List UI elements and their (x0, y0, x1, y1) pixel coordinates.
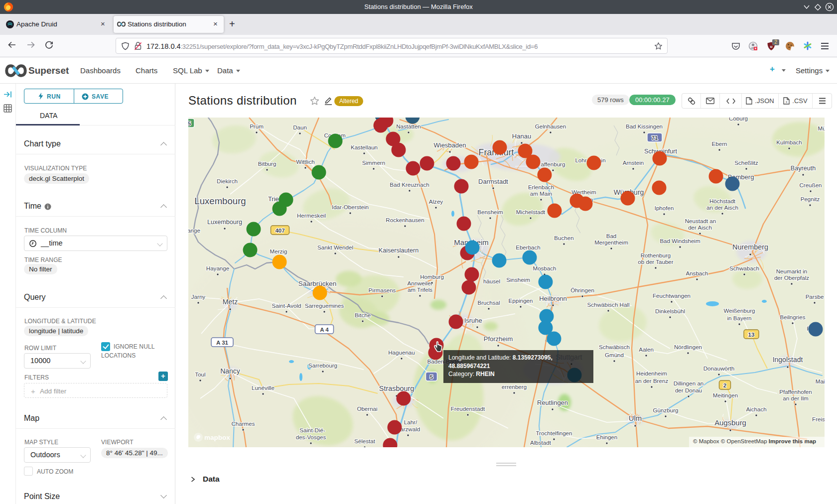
svg-text:Eberbach: Eberbach (516, 244, 541, 251)
svg-text:Sarreguemines: Sarreguemines (305, 302, 344, 309)
svg-text:Bayreuth: Bayreuth (791, 165, 816, 172)
svg-text:Kulmbach: Kulmbach (776, 139, 802, 145)
svg-text:Michelstadt: Michelstadt (516, 209, 546, 215)
svg-text:Annweiler: Annweiler (408, 280, 433, 286)
svg-text:Nuremberg: Nuremberg (732, 243, 768, 251)
svg-text:Sankt Wendel: Sankt Wendel (317, 244, 353, 251)
svg-text:Mosbach: Mosbach (533, 265, 556, 271)
svg-text:Hermeskeil: Hermeskeil (297, 212, 326, 219)
svg-text:Ansbach: Ansbach (686, 270, 708, 276)
svg-text:Bitburg: Bitburg (258, 160, 277, 167)
svg-text:Gmünd: Gmünd (605, 352, 624, 358)
svg-text:Lunéville: Lunéville (252, 384, 275, 391)
svg-text:x: x (786, 100, 788, 104)
svg-text:Aalen: Aalen (639, 346, 654, 353)
svg-text:ob der Tauber: ob der Tauber (638, 258, 673, 265)
svg-text:Wiesbaden: Wiesbaden (433, 141, 466, 149)
svg-text:an der Brenz: an der Brenz (635, 378, 669, 384)
svg-text:Sinsheim: Sinsheim (506, 276, 530, 283)
svg-text:am Trifels: am Trifels (408, 286, 432, 293)
svg-text:Buchen: Buchen (554, 235, 573, 241)
svg-text:Ingolstadt: Ingolstadt (773, 356, 803, 364)
svg-text:Mergentheim: Mergentheim (594, 239, 628, 246)
svg-text:Toul: Toul (195, 371, 205, 378)
svg-text:Ulm: Ulm (629, 414, 642, 422)
svg-text:affenburg: affenburg (541, 161, 565, 167)
svg-text:Kastellaun: Kastellaun (351, 144, 378, 150)
svg-text:der Aisch: der Aisch (688, 224, 712, 231)
svg-text:Ehingen: Ehingen (596, 434, 618, 440)
svg-text:Obernai: Obernai (357, 405, 377, 412)
svg-text:mapbox: mapbox (204, 434, 230, 441)
svg-text:Sélestat: Sélestat (354, 438, 376, 444)
svg-text:Neustadt an: Neustadt an (685, 218, 716, 224)
svg-text:Beilngries: Beilngries (780, 314, 806, 320)
svg-text:Aichach: Aichach (746, 406, 766, 412)
svg-text:Wittlich: Wittlich (296, 158, 314, 165)
svg-text:Luxembourg: Luxembourg (194, 196, 246, 206)
svg-text:Daun: Daun (293, 124, 307, 130)
svg-text:Schwäbisch: Schwäbisch (599, 344, 630, 350)
svg-text:Eppingen: Eppingen (509, 297, 533, 304)
svg-text:Dillingen an: Dillingen an (674, 380, 704, 386)
svg-text:ange: ange (188, 227, 200, 234)
svg-text:lsruhe: lsruhe (464, 317, 482, 324)
svg-text:Scheßlitz: Scheßlitz (734, 159, 758, 166)
svg-text:Homburg: Homburg (420, 273, 444, 280)
svg-text:Pfaffenhofen: Pfaffenhofen (779, 388, 812, 395)
svg-text:Simmern: Simmern (362, 159, 385, 166)
svg-text:häusel: häusel (483, 278, 500, 284)
svg-text:des-Vosges: des-Vosges (296, 434, 326, 440)
svg-text:der Oberpfalz: der Oberpfalz (774, 274, 809, 281)
svg-text:Jarny: Jarny (191, 293, 206, 300)
svg-text:Haguenau: Haguenau (388, 349, 415, 356)
svg-text:A 4: A 4 (320, 327, 329, 333)
svg-text:Metz: Metz (223, 298, 238, 306)
svg-text:Heilbronn: Heilbronn (539, 295, 567, 302)
svg-text:Hayange: Hayange (206, 265, 229, 271)
svg-text:an der Ilm: an der Ilm (783, 395, 809, 401)
svg-text:Schwäbisch Hall: Schwäbisch Hall (587, 301, 629, 308)
svg-text:Pforzheim: Pforzheim (484, 335, 513, 343)
svg-text:Saint-Avold: Saint-Avold (272, 302, 301, 309)
svg-text:2: 2 (723, 382, 726, 388)
svg-text:Öhringen: Öhringen (570, 287, 594, 293)
svg-text:Bruchsal: Bruchsal (477, 299, 500, 306)
svg-text:Freis: Freis (812, 416, 825, 422)
svg-text:der Donau: der Donau (675, 387, 702, 393)
svg-text:am Main: am Main (530, 190, 552, 197)
svg-text:Diekirch: Diekirch (217, 178, 238, 184)
svg-text:Albstadt: Albstadt (530, 439, 552, 446)
svg-text:Parsbe: Parsbe (806, 293, 824, 300)
svg-text:Meitingen: Meitingen (713, 392, 738, 398)
svg-text:Kaiserslautern: Kaiserslautern (379, 247, 419, 254)
svg-text:in Bayern: in Bayern (727, 315, 752, 321)
svg-text:Sarrebourg: Sarrebourg (308, 362, 337, 369)
svg-text:Saint-Dié-: Saint-Dié- (299, 427, 325, 433)
svg-text:Iphofen: Iphofen (655, 205, 674, 211)
svg-text:5: 5 (188, 121, 191, 126)
svg-text:Bad: Bad (606, 233, 617, 239)
svg-text:Bad Kreuznach: Bad Kreuznach (390, 181, 429, 188)
svg-text:Bitche: Bitche (355, 312, 371, 318)
svg-text:Coburg: Coburg (729, 118, 748, 122)
svg-text:Strasbourg: Strasbourg (379, 384, 414, 392)
svg-text:Höchstadt: Höchstadt (709, 198, 736, 204)
svg-text:Arnstein: Arnstein (623, 159, 644, 166)
svg-text:Merzig: Merzig (270, 248, 287, 254)
svg-text:Nancy: Nancy (220, 367, 240, 375)
svg-text:Erlenbach: Erlenbach (528, 184, 554, 190)
svg-text:Darmstadt: Darmstadt (478, 178, 508, 185)
svg-text:Luxembourg: Luxembourg (207, 219, 242, 226)
svg-text:Bad Windsheim: Bad Windsheim (660, 238, 700, 244)
svg-text:5: 5 (430, 374, 433, 380)
svg-text:Charmes: Charmes (231, 420, 255, 427)
svg-text:Idar-Oberstein: Idar-Oberstein (332, 204, 369, 210)
svg-text:Nördlingen: Nördlingen (674, 344, 702, 350)
svg-text:Freudenstadt: Freudenstadt (451, 405, 485, 412)
svg-text:Günzburg: Günzburg (653, 407, 679, 413)
svg-text:Nastätten: Nastätten (396, 123, 421, 129)
svg-text:Bensheim: Bensheim (477, 209, 503, 215)
svg-text:Schwabach: Schwabach (729, 265, 759, 271)
svg-text:Rothenburg: Rothenburg (641, 252, 671, 258)
